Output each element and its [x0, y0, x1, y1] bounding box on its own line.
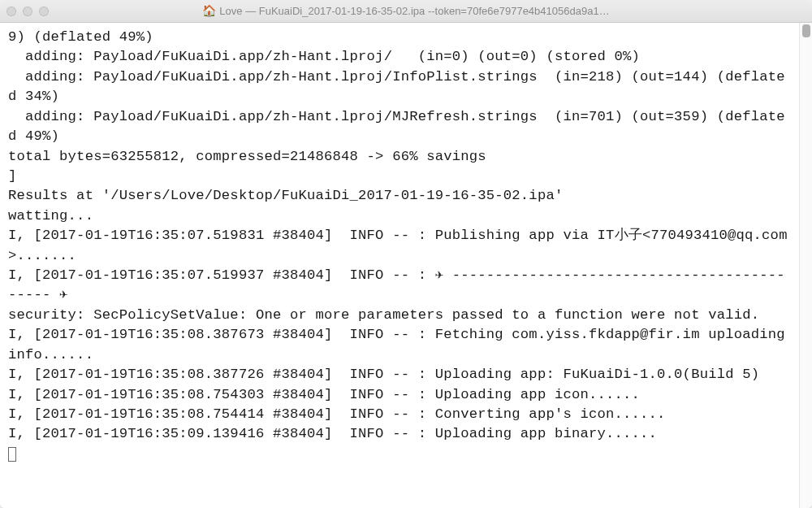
title-wrap: 🏠 Love — FuKuaiDi_2017-01-19-16-35-02.ip…: [0, 4, 812, 18]
window-title: Love — FuKuaiDi_2017-01-19-16-35-02.ipa …: [219, 5, 609, 17]
content-area: 9) (deflated 49%) adding: Payload/FuKuai…: [0, 23, 812, 508]
minimize-button[interactable]: [23, 7, 32, 16]
terminal-output[interactable]: 9) (deflated 49%) adding: Payload/FuKuai…: [0, 23, 799, 508]
scrollbar-track[interactable]: [799, 23, 812, 508]
titlebar[interactable]: 🏠 Love — FuKuaiDi_2017-01-19-16-35-02.ip…: [0, 0, 812, 23]
close-button[interactable]: [6, 7, 16, 16]
home-icon: 🏠: [202, 4, 216, 18]
terminal-window: 🏠 Love — FuKuaiDi_2017-01-19-16-35-02.ip…: [0, 0, 812, 508]
cursor: [8, 447, 16, 462]
zoom-button[interactable]: [39, 7, 49, 16]
traffic-lights: [6, 7, 49, 16]
scrollbar-thumb[interactable]: [802, 24, 810, 37]
